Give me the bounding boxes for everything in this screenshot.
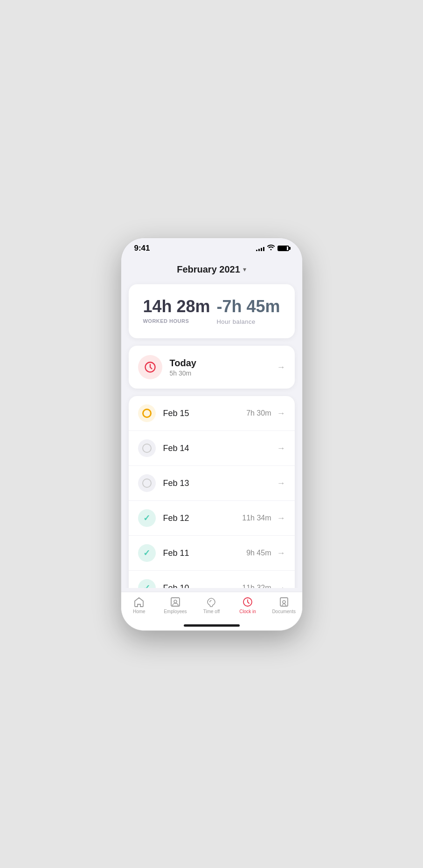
balance-label: Hour balance bbox=[216, 318, 255, 325]
day-status-icon-wrap: ✓ bbox=[138, 579, 156, 588]
status-bar: 9:41 bbox=[121, 238, 302, 257]
battery-icon bbox=[277, 246, 289, 251]
employees-icon bbox=[170, 597, 181, 607]
check-icon: ✓ bbox=[143, 548, 150, 558]
day-arrow-icon: → bbox=[277, 409, 285, 418]
today-icon-wrap bbox=[138, 355, 162, 379]
signal-bar-3 bbox=[261, 248, 262, 251]
status-time: 9:41 bbox=[134, 244, 150, 253]
nav-item-clockin[interactable]: Clock in bbox=[229, 597, 266, 614]
ring-gray-icon bbox=[142, 478, 152, 488]
nav-label-clockin: Clock in bbox=[239, 609, 256, 614]
timeoff-icon bbox=[206, 597, 217, 607]
svg-point-2 bbox=[174, 600, 177, 603]
day-name: Feb 11 bbox=[163, 548, 247, 558]
worked-hours-value: 14h 28m bbox=[143, 297, 210, 316]
status-icons bbox=[256, 245, 289, 252]
today-arrow-icon[interactable]: → bbox=[277, 362, 285, 372]
balance-value: -7h 45m bbox=[216, 297, 280, 316]
nav-label-timeoff: Time off bbox=[203, 609, 220, 614]
today-time: 5h 30m bbox=[170, 369, 277, 377]
clockin-icon bbox=[242, 597, 253, 607]
battery-fill bbox=[278, 246, 287, 250]
ring-orange-icon bbox=[142, 409, 152, 418]
nav-label-documents: Documents bbox=[272, 609, 296, 614]
day-status-icon-wrap: ✓ bbox=[138, 544, 156, 562]
main-content: February 2021 ▾ 14h 28m WORKED HOURS -7h… bbox=[121, 257, 302, 588]
signal-bar-4 bbox=[263, 247, 264, 251]
day-row[interactable]: ✓ Feb 10 11h 32m → bbox=[129, 571, 295, 588]
month-header[interactable]: February 2021 ▾ bbox=[121, 257, 302, 284]
day-arrow-icon: → bbox=[277, 444, 285, 453]
signal-bars-icon bbox=[256, 246, 264, 251]
day-status-icon-wrap: ✓ bbox=[138, 509, 156, 527]
day-arrow-icon: → bbox=[277, 583, 285, 588]
day-status-icon-wrap bbox=[138, 404, 156, 422]
day-row[interactable]: Feb 15 7h 30m → bbox=[129, 396, 295, 431]
today-title: Today bbox=[170, 358, 277, 369]
signal-bar-2 bbox=[258, 249, 260, 251]
nav-item-employees[interactable]: Employees bbox=[157, 597, 194, 614]
day-arrow-icon: → bbox=[277, 548, 285, 558]
month-title: February 2021 bbox=[177, 264, 240, 275]
today-card[interactable]: Today 5h 30m → bbox=[129, 346, 295, 389]
svg-point-5 bbox=[283, 601, 285, 603]
day-hours: 9h 45m bbox=[246, 549, 271, 557]
clock-icon bbox=[144, 361, 157, 374]
check-icon: ✓ bbox=[143, 513, 150, 523]
nav-item-timeoff[interactable]: Time off bbox=[194, 597, 230, 614]
day-name: Feb 12 bbox=[163, 513, 243, 523]
chevron-down-icon: ▾ bbox=[243, 266, 246, 273]
day-name: Feb 13 bbox=[163, 478, 271, 488]
day-row[interactable]: ✓ Feb 11 9h 45m → bbox=[129, 536, 295, 571]
summary-card: 14h 28m WORKED HOURS -7h 45m Hour balanc… bbox=[129, 284, 295, 339]
day-row[interactable]: ✓ Feb 12 11h 34m → bbox=[129, 501, 295, 536]
nav-item-documents[interactable]: Documents bbox=[266, 597, 302, 614]
day-hours: 11h 32m bbox=[242, 584, 271, 588]
ring-gray-icon bbox=[142, 444, 152, 453]
phone-frame: 9:41 February 2021 bbox=[121, 238, 303, 631]
day-status-icon-wrap bbox=[138, 439, 156, 457]
worked-hours-label: WORKED HOURS bbox=[143, 318, 189, 324]
day-arrow-icon: → bbox=[277, 513, 285, 523]
day-hours: 7h 30m bbox=[246, 409, 271, 417]
balance-item: -7h 45m Hour balance bbox=[216, 297, 280, 326]
day-arrow-icon: → bbox=[277, 478, 285, 488]
day-row[interactable]: Feb 13 → bbox=[129, 466, 295, 501]
documents-icon bbox=[278, 597, 290, 607]
day-row[interactable]: Feb 14 → bbox=[129, 431, 295, 466]
day-hours: 11h 34m bbox=[242, 514, 271, 522]
worked-hours-item: 14h 28m WORKED HOURS bbox=[143, 297, 210, 326]
nav-label-home: Home bbox=[133, 609, 146, 614]
days-card: Feb 15 7h 30m → Feb 14 → Feb 13 bbox=[129, 396, 295, 588]
today-info: Today 5h 30m bbox=[170, 358, 277, 377]
signal-bar-1 bbox=[256, 250, 257, 251]
nav-label-employees: Employees bbox=[164, 609, 187, 614]
day-name: Feb 15 bbox=[163, 409, 247, 418]
day-name: Feb 14 bbox=[163, 444, 271, 453]
day-status-icon-wrap bbox=[138, 474, 156, 492]
home-bar bbox=[184, 624, 240, 627]
home-icon bbox=[133, 597, 145, 607]
svg-rect-4 bbox=[280, 598, 288, 606]
day-name: Feb 10 bbox=[163, 583, 243, 588]
check-icon: ✓ bbox=[143, 583, 150, 588]
nav-item-home[interactable]: Home bbox=[121, 597, 158, 614]
wifi-icon bbox=[267, 245, 275, 252]
